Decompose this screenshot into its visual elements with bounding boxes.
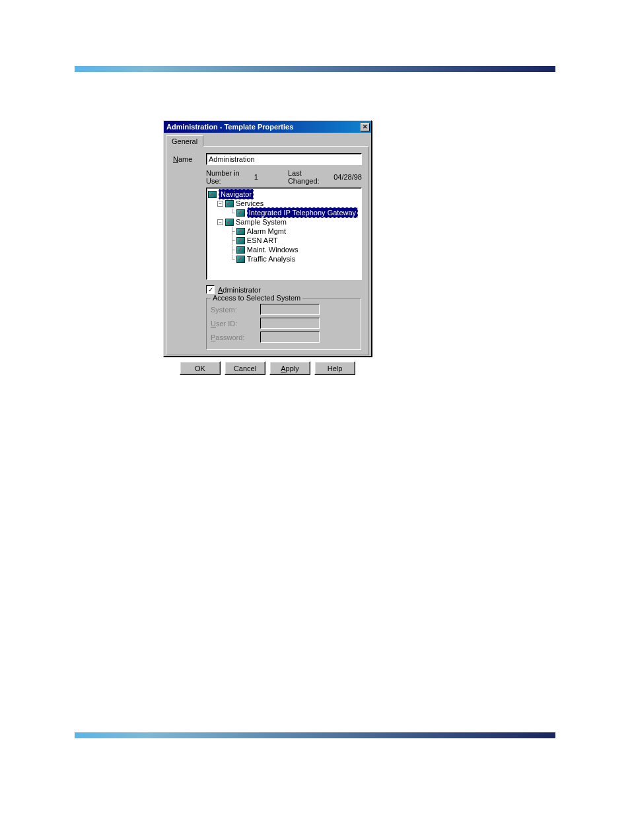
password-input: [260, 332, 320, 343]
tree-node-sample-system[interactable]: − Sample System: [208, 217, 360, 227]
page-bottom-bar: [75, 732, 555, 738]
system-label: System:: [211, 306, 260, 314]
tab-container: General Name Number in Use: 1 Last Chang…: [166, 135, 369, 357]
tree-node-maint-windows[interactable]: ├ Maint. Windows: [208, 245, 360, 254]
name-label: Name: [173, 155, 206, 163]
last-changed-value: 04/28/98: [333, 173, 362, 181]
password-row: Password:: [211, 332, 357, 343]
dialog-body: General Name Number in Use: 1 Last Chang…: [164, 133, 371, 356]
tree-label-itg: Integrated IP Telephony Gateway: [247, 207, 358, 218]
button-row: OK Cancel Apply Help: [166, 357, 369, 378]
page-top-bar: [75, 66, 555, 72]
access-groupbox: Access to Selected System System: User I…: [206, 298, 361, 350]
tree-node-alarm-mgmt[interactable]: ├ Alarm Mgmt: [208, 227, 360, 236]
administrator-label: Administrator: [218, 286, 261, 294]
tree-line-icon: ├: [230, 227, 235, 236]
tree-line-icon: └: [230, 208, 235, 217]
minus-icon[interactable]: −: [217, 201, 223, 207]
tab-general[interactable]: General: [166, 135, 203, 147]
tree-view[interactable]: Navigator − Services └ Integrated IP Tel…: [206, 188, 362, 280]
apply-button[interactable]: Apply: [269, 361, 310, 375]
dialog-title: Administration - Template Properties: [166, 123, 293, 131]
folder-icon: [236, 209, 245, 217]
info-row: Number in Use: 1 Last Changed: 04/28/98: [206, 169, 362, 185]
folder-icon: [208, 191, 217, 198]
tree-label-navigator: Navigator: [219, 189, 254, 199]
tree-label-esn-art: ESN ART: [247, 236, 278, 245]
last-changed-label: Last Changed:: [288, 169, 322, 185]
ok-button[interactable]: OK: [180, 361, 221, 375]
tree-label-services: Services: [236, 199, 263, 208]
system-row: System:: [211, 304, 357, 315]
userid-label: User ID:: [211, 320, 260, 328]
administrator-row: ✓ Administrator: [206, 285, 362, 294]
tree-label-traffic-analysis: Traffic Analysis: [247, 254, 295, 263]
folder-icon: [236, 256, 245, 263]
titlebar[interactable]: Administration - Template Properties ✕: [164, 121, 371, 133]
number-in-use-value: 1: [254, 173, 258, 181]
userid-input: [260, 318, 320, 329]
help-button[interactable]: Help: [314, 361, 355, 375]
cancel-button[interactable]: Cancel: [225, 361, 265, 375]
tree-node-itg[interactable]: └ Integrated IP Telephony Gateway: [208, 208, 360, 217]
folder-icon: [236, 246, 245, 254]
tree-node-services[interactable]: − Services: [208, 199, 360, 208]
userid-row: User ID:: [211, 318, 357, 329]
tree-label-sample-system: Sample System: [236, 217, 287, 227]
tree-node-esn-art[interactable]: ├ ESN ART: [208, 236, 360, 245]
template-properties-dialog: Administration - Template Properties ✕ G…: [163, 120, 372, 357]
tree-line-icon: ├: [230, 236, 235, 245]
name-input[interactable]: [206, 153, 362, 165]
system-input: [260, 304, 320, 315]
folder-icon: [236, 237, 245, 244]
tree-line-icon: └: [230, 254, 235, 263]
tree-line-icon: ├: [230, 245, 235, 254]
tab-header: General: [166, 135, 369, 146]
tree-label-maint-windows: Maint. Windows: [247, 245, 298, 254]
close-icon[interactable]: ✕: [361, 123, 370, 131]
name-row: Name: [173, 153, 362, 165]
tree-label-alarm-mgmt: Alarm Mgmt: [247, 227, 286, 236]
tree-root-navigator[interactable]: Navigator: [208, 190, 360, 199]
password-label: Password:: [211, 333, 260, 341]
minus-icon[interactable]: −: [217, 219, 223, 225]
folder-icon: [236, 228, 245, 235]
folder-icon: [225, 200, 234, 207]
groupbox-title: Access to Selected System: [211, 294, 302, 302]
tree-node-traffic-analysis[interactable]: └ Traffic Analysis: [208, 254, 360, 263]
number-in-use-label: Number in Use:: [206, 169, 242, 185]
folder-icon: [225, 219, 234, 226]
administrator-checkbox[interactable]: ✓: [206, 285, 215, 294]
tab-content: Name Number in Use: 1 Last Changed: 04/2…: [166, 146, 369, 355]
